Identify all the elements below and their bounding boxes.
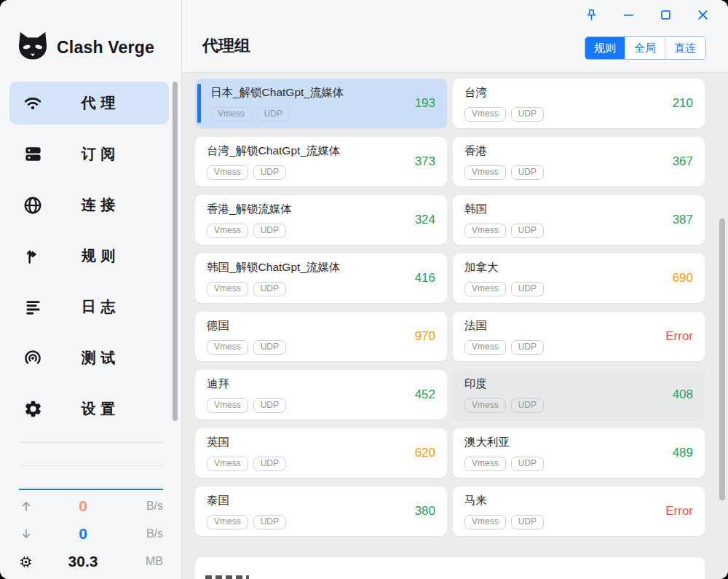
gear-icon xyxy=(22,398,44,420)
latency-value[interactable]: 380 xyxy=(415,504,435,519)
proxy-name: 日本_解锁ChatGpt_流媒体 xyxy=(210,85,344,101)
protocol-badge: Vmess xyxy=(207,457,248,471)
close-button[interactable] xyxy=(689,6,716,26)
proxy-card[interactable]: 马来VmessUDPError xyxy=(453,487,705,536)
proxy-name: 台湾 xyxy=(464,85,487,101)
latency-value[interactable]: 193 xyxy=(415,96,435,111)
proxy-card[interactable]: 澳大利亚VmessUDP489 xyxy=(453,428,705,478)
latency-value[interactable]: 373 xyxy=(415,154,435,169)
proxy-card[interactable]: 迪拜VmessUDP452 xyxy=(195,370,447,420)
protocol-badge: Vmess xyxy=(464,457,506,471)
proxy-card[interactable]: 法国VmessUDPError xyxy=(453,312,705,361)
app-window: Clash Verge 代理订阅连接规则日志测试设置 0B/s0B/s30.3M… xyxy=(0,0,728,579)
proxy-card[interactable]: 香港VmessUDP367 xyxy=(453,137,705,186)
protocol-badges: VmessUDP xyxy=(207,224,286,238)
sidebar-item-label: 日志 xyxy=(44,297,153,317)
proxy-card[interactable]: 台湾_解锁ChatGpt_流媒体VmessUDP373 xyxy=(195,137,447,186)
minimize-button[interactable] xyxy=(615,6,642,26)
latency-value[interactable]: 387 xyxy=(673,213,693,227)
protocol-badge: Vmess xyxy=(207,398,248,413)
sidebar-item-logs[interactable]: 日志 xyxy=(9,285,169,328)
latency-value[interactable]: 489 xyxy=(673,446,693,460)
latency-value[interactable]: 690 xyxy=(673,271,693,285)
proxy-card[interactable]: 德国VmessUDP970 xyxy=(195,312,447,361)
protocol-badges: VmessUDP xyxy=(207,398,286,413)
proxy-card[interactable]: 台湾VmessUDP210 xyxy=(453,79,705,128)
latency-value[interactable]: Error xyxy=(665,504,693,519)
sidebar-scrollbar-thumb[interactable] xyxy=(173,82,178,421)
sidebar-item-connections[interactable]: 连接 xyxy=(9,184,169,227)
sidebar-item-settings[interactable]: 设置 xyxy=(9,387,169,430)
arrow-up-icon xyxy=(19,499,41,513)
stat-unit: B/s xyxy=(125,500,163,513)
proxy-name: 澳大利亚 xyxy=(464,435,510,450)
proxy-card[interactable]: 英国VmessUDP620 xyxy=(195,428,447,478)
sidebar-item-subscription[interactable]: 订阅 xyxy=(9,133,169,176)
protocol-badge: Vmess xyxy=(207,515,248,529)
proxy-name: 德国 xyxy=(207,318,229,334)
mode-tab-group: 规则全局直连 xyxy=(585,36,706,60)
mode-tab-direct[interactable]: 直连 xyxy=(665,37,705,59)
sidebar-item-label: 连接 xyxy=(44,195,153,215)
sidebar-item-test[interactable]: 测试 xyxy=(9,336,169,379)
protocol-badge: UDP xyxy=(253,457,286,471)
radar-icon xyxy=(22,347,44,369)
sidebar-item-label: 代理 xyxy=(44,93,153,113)
sidebar: Clash Verge 代理订阅连接规则日志测试设置 0B/s0B/s30.3M… xyxy=(0,0,182,579)
protocol-badge: UDP xyxy=(511,340,544,355)
proxy-content: 日本_解锁ChatGpt_流媒体VmessUDP193台湾VmessUDP210… xyxy=(182,73,728,579)
latency-value[interactable]: 367 xyxy=(673,154,693,169)
mode-tab-global[interactable]: 全局 xyxy=(625,37,665,59)
sidebar-item-proxy[interactable]: 代理 xyxy=(9,82,169,125)
close-icon xyxy=(695,7,711,25)
latency-value[interactable]: 210 xyxy=(673,96,693,111)
mode-tab-rule[interactable]: 规则 xyxy=(585,37,625,59)
protocol-badge: Vmess xyxy=(464,398,506,413)
latency-value[interactable]: 416 xyxy=(415,271,435,285)
globe-icon xyxy=(22,194,44,216)
protocol-badges: VmessUDP xyxy=(464,165,544,180)
protocol-badge: UDP xyxy=(511,107,544,122)
sidebar-item-label: 测试 xyxy=(44,348,153,368)
latency-value[interactable]: 970 xyxy=(415,329,435,344)
latency-value[interactable]: 452 xyxy=(415,387,435,402)
main-header: 代理组 规则全局直连 xyxy=(182,0,728,73)
stat-value: 0 xyxy=(41,525,125,543)
sidebar-divider xyxy=(19,465,163,466)
pin-button[interactable] xyxy=(578,6,605,26)
latency-value[interactable]: 408 xyxy=(673,387,693,402)
protocol-badge: UDP xyxy=(253,515,286,529)
proxy-card[interactable]: 加拿大VmessUDP690 xyxy=(453,253,705,303)
protocol-badge: UDP xyxy=(511,457,544,471)
sidebar-item-label: 规则 xyxy=(44,246,153,266)
sidebar-item-rules[interactable]: 规则 xyxy=(9,235,169,277)
protocol-badges: VmessUDP xyxy=(464,224,544,238)
maximize-button[interactable] xyxy=(652,6,679,26)
protocol-badge: UDP xyxy=(511,165,544,180)
sidebar-item-label: 设置 xyxy=(44,399,153,419)
latency-value[interactable]: Error xyxy=(665,329,693,344)
content-scrollbar-thumb[interactable] xyxy=(719,218,725,500)
protocol-badge: Vmess xyxy=(464,515,506,529)
proxy-card[interactable]: 日本_解锁ChatGpt_流媒体VmessUDP193 xyxy=(195,79,447,128)
protocol-badge: UDP xyxy=(257,107,290,122)
proxy-card[interactable]: 泰国VmessUDP380 xyxy=(195,487,447,536)
proxy-card[interactable]: 香港_解锁流媒体VmessUDP324 xyxy=(195,195,447,245)
protocol-badge: Vmess xyxy=(207,224,248,238)
latency-value[interactable]: 620 xyxy=(415,446,435,460)
proxy-name: 泰国 xyxy=(207,493,229,508)
app-name: Clash Verge xyxy=(57,38,154,58)
protocol-badge: UDP xyxy=(253,224,286,238)
proxy-card[interactable]: 韩国VmessUDP387 xyxy=(453,195,705,245)
latency-value[interactable]: 324 xyxy=(415,213,435,227)
lines-icon xyxy=(22,296,44,318)
protocol-badges: VmessUDP xyxy=(207,340,286,355)
proxy-name: 韩国_解锁ChatGpt_流媒体 xyxy=(207,260,340,275)
proxy-card[interactable]: 韩国_解锁ChatGpt_流媒体VmessUDP416 xyxy=(195,253,447,303)
wifi-icon xyxy=(22,92,44,114)
proxy-group-card-partial[interactable] xyxy=(195,557,705,579)
proxy-card[interactable]: 印度VmessUDP408 xyxy=(453,370,705,420)
protocol-badges: VmessUDP xyxy=(207,515,286,529)
proxy-name: 马来 xyxy=(464,493,487,508)
protocol-badge: UDP xyxy=(253,398,286,413)
